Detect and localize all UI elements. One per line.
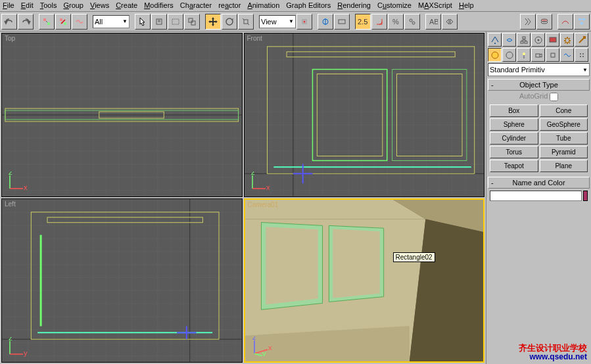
svg-rect-4 [64, 22, 66, 25]
object-type-rollout-header[interactable]: -Object Type [488, 79, 590, 91]
svg-point-23 [410, 19, 412, 22]
redo-button[interactable] [18, 14, 34, 30]
named-sel-sets-button[interactable]: ABC [425, 14, 441, 30]
scale-button[interactable] [238, 14, 254, 30]
menu-create[interactable]: Create [116, 1, 137, 10]
svg-rect-11 [191, 21, 195, 25]
snap-toggle-button[interactable]: 2.5 [355, 14, 371, 30]
object-color-swatch[interactable] [583, 191, 588, 201]
menu-rendering[interactable]: Rendering [337, 1, 371, 10]
motion-tab[interactable] [531, 33, 545, 47]
rotate-button[interactable] [222, 14, 237, 30]
link-button[interactable] [39, 14, 55, 30]
tooltip: Rectangle02 [393, 252, 435, 262]
svg-text:2.5: 2.5 [358, 18, 367, 26]
lights-category[interactable] [517, 48, 531, 62]
window-crossing-button[interactable] [184, 14, 200, 30]
svg-point-101 [492, 52, 498, 58]
teapot-button[interactable]: Teapot [490, 160, 538, 172]
watermark: 齐生设计职业学校 www.qsedu.net [519, 344, 587, 361]
keyboard-shortcut-button[interactable] [334, 14, 350, 30]
svg-rect-91 [525, 41, 527, 43]
select-by-name-button[interactable] [151, 14, 167, 30]
manipulate-button[interactable] [318, 14, 333, 30]
utilities2-tab[interactable] [575, 33, 588, 47]
selection-set-dropdown[interactable]: All▼ [93, 15, 130, 28]
tube-button[interactable]: Tube [540, 132, 588, 145]
svg-text:%: % [392, 18, 399, 26]
autogrid-row: AutoGrid [488, 91, 590, 102]
plane-button[interactable]: Plane [540, 160, 588, 172]
autogrid-checkbox[interactable] [550, 93, 558, 101]
svg-line-2 [46, 21, 47, 22]
name-color-rollout-header[interactable]: -Name and Color [488, 177, 590, 189]
svg-line-84 [254, 353, 262, 356]
display-tab[interactable] [546, 33, 559, 47]
svg-marker-81 [333, 229, 380, 298]
svg-point-108 [582, 53, 584, 55]
svg-rect-59 [2, 199, 242, 362]
svg-text:z: z [252, 336, 256, 341]
object-name-input[interactable] [490, 191, 582, 201]
sphere-button[interactable]: Sphere [490, 118, 538, 131]
shapes-category[interactable] [502, 48, 516, 62]
svg-rect-98 [550, 37, 556, 42]
align-button[interactable] [520, 14, 536, 30]
unlink-button[interactable] [55, 14, 71, 30]
svg-rect-28 [579, 18, 581, 20]
curve-editor-button[interactable] [557, 14, 573, 30]
menu-character[interactable]: Character [180, 1, 212, 10]
layers-button[interactable] [536, 14, 552, 30]
subcategory-dropdown[interactable]: Standard Primitiv▼ [488, 63, 590, 76]
helpers-category[interactable] [546, 48, 559, 62]
move-button[interactable] [205, 14, 221, 30]
viewport-front[interactable]: Front zx [244, 33, 485, 197]
modify-tab[interactable] [502, 33, 516, 47]
spinner-snap-button[interactable] [404, 14, 420, 30]
hierarchy-tab[interactable] [517, 33, 531, 47]
viewport-top[interactable]: Top zx [1, 33, 243, 197]
svg-text:y: y [24, 349, 27, 357]
systems-category[interactable] [575, 48, 588, 62]
menu-edit[interactable]: Edit [21, 1, 34, 10]
mirror-button[interactable] [442, 14, 458, 30]
menu-grapheditors[interactable]: Graph Editors [286, 1, 331, 10]
menu-bar: File Edit Tools Group Views Create Modif… [0, 0, 591, 12]
pyramid-button[interactable]: Pyramid [540, 146, 588, 158]
menu-tools[interactable]: Tools [40, 1, 57, 10]
select-region-button[interactable] [168, 14, 183, 30]
schematic-view-button[interactable] [574, 14, 590, 30]
create-category-bar [488, 48, 590, 62]
menu-customize[interactable]: Customize [377, 1, 412, 10]
utilities-tab[interactable] [560, 33, 574, 47]
menu-modifiers[interactable]: Modifiers [144, 1, 174, 10]
menu-animation[interactable]: Animation [247, 1, 279, 10]
viewport-left[interactable]: Left zy [1, 198, 243, 363]
geosphere-button[interactable]: GeoSphere [540, 118, 588, 131]
undo-button[interactable] [1, 14, 17, 30]
svg-point-17 [304, 20, 306, 22]
angle-snap-button[interactable] [371, 14, 387, 30]
ref-coord-dropdown[interactable]: View▼ [259, 15, 296, 28]
menu-reactor[interactable]: reactor [218, 1, 241, 10]
box-button[interactable]: Box [490, 104, 538, 117]
cameras-category[interactable] [531, 48, 545, 62]
viewport-camera[interactable]: Camera01 Rectangle02 zxy [244, 198, 485, 363]
svg-point-107 [580, 53, 581, 55]
create-tab[interactable] [488, 33, 502, 47]
menu-views[interactable]: Views [90, 1, 109, 10]
menu-help[interactable]: Help [459, 1, 474, 10]
cylinder-button[interactable]: Cylinder [490, 132, 538, 145]
geometry-category[interactable] [488, 48, 502, 62]
menu-file[interactable]: File [3, 1, 14, 10]
svg-rect-106 [551, 53, 555, 57]
cone-button[interactable]: Cone [540, 104, 588, 117]
bind-spacewarp-button[interactable] [72, 14, 87, 30]
menu-group[interactable]: Group [63, 1, 83, 10]
percent-snap-button[interactable]: % [388, 14, 404, 30]
pivot-button[interactable] [296, 14, 312, 30]
torus-button[interactable]: Torus [490, 146, 538, 158]
select-button[interactable] [135, 14, 151, 30]
menu-maxscript[interactable]: MAXScript [418, 1, 452, 10]
spacewarps-category[interactable] [560, 48, 574, 62]
